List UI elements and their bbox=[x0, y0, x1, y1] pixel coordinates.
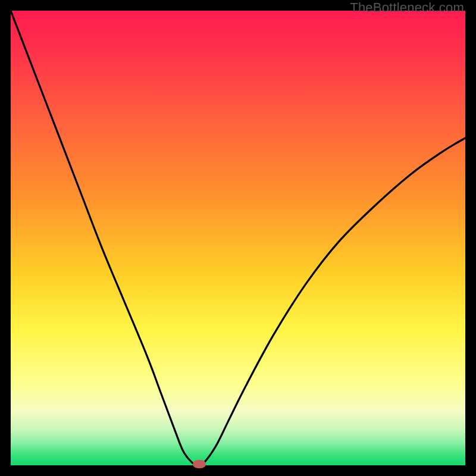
chart-frame bbox=[11, 11, 465, 465]
watermark-text: TheBottleneck.com bbox=[350, 0, 464, 15]
chart-curve-svg bbox=[11, 11, 465, 465]
chart-min-marker bbox=[193, 460, 206, 468]
chart-curve-path bbox=[11, 11, 465, 465]
